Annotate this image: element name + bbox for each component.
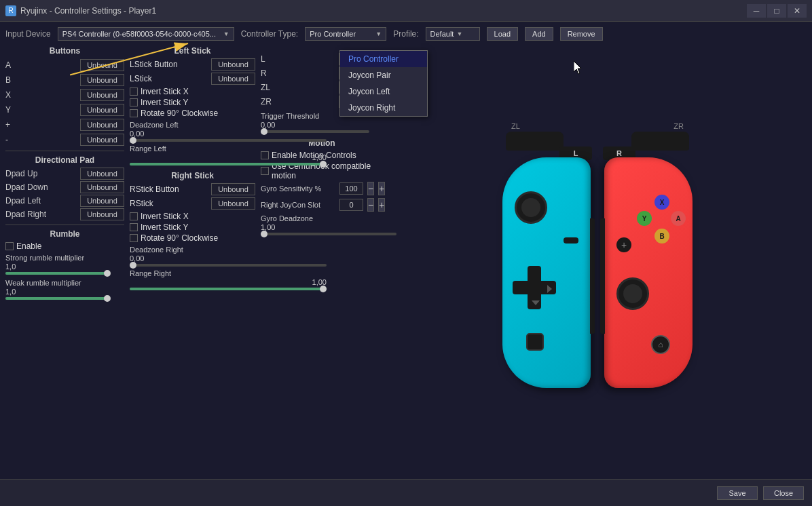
rstick-rotate-row: Rotate 90° Clockwise <box>130 233 255 243</box>
right-joycon-slot-value: 0 <box>339 199 363 211</box>
dpad-up-input[interactable]: Unbound <box>80 168 124 180</box>
profile-label: Profile: <box>393 29 418 39</box>
trigger-threshold-track[interactable] <box>261 130 369 133</box>
lstick-row: LStick Unbound <box>130 73 255 85</box>
rstick-rotate-checkbox[interactable] <box>130 234 138 242</box>
button-plus-input[interactable]: Unbound <box>80 119 124 131</box>
dpad-down-input[interactable]: Unbound <box>80 181 124 193</box>
cemuhook-checkbox[interactable] <box>261 167 269 175</box>
gyro-sensitivity-decrease[interactable]: − <box>367 182 374 195</box>
dropdown-item-joycon-left[interactable]: Joycon Left <box>340 83 427 100</box>
rumble-enable-checkbox[interactable] <box>5 242 14 250</box>
button-minus-input[interactable]: Unbound <box>80 134 124 146</box>
title-bar-left: R Ryujinx - Controller Settings - Player… <box>5 5 156 16</box>
dpad-row-right: Dpad Right Unbound <box>5 208 124 220</box>
dropdown-item-joycon-right[interactable]: Joycon Right <box>340 100 427 116</box>
minus-button-viz <box>564 237 578 244</box>
top-bar: Input Device PS4 Controller (0-e58f0003-… <box>5 27 807 41</box>
button-x-label: X <box>5 90 19 100</box>
button-y-input[interactable]: Unbound <box>80 104 124 116</box>
right-joycon-slot-increase[interactable]: + <box>378 198 385 212</box>
rstick-range-thumb[interactable] <box>320 286 327 292</box>
dpad-row-left: Dpad Left Unbound <box>5 195 124 207</box>
gyro-sensitivity-increase[interactable]: + <box>378 182 385 195</box>
rstick-range-track[interactable] <box>130 288 327 290</box>
title-bar-controls: ─ □ ✕ <box>747 4 807 18</box>
rstick-btn-input[interactable]: Unbound <box>211 183 255 195</box>
save-button[interactable]: Save <box>717 486 758 500</box>
button-row-a: A Unbound <box>5 58 124 72</box>
strong-rumble-track[interactable] <box>5 272 107 275</box>
profile-select[interactable]: Default ▼ <box>426 27 480 41</box>
zl-label: ZL <box>511 122 520 130</box>
dpad-right-input[interactable]: Unbound <box>80 208 124 220</box>
rumble-enable-label: Enable <box>16 241 41 251</box>
trigger-threshold-value: 0,00 <box>261 121 383 129</box>
trigger-l-label: L <box>261 54 274 64</box>
rstick-row: RStick Unbound <box>130 197 255 210</box>
dpad-left-input[interactable]: Unbound <box>80 195 124 207</box>
controller-type-dropdown[interactable]: Pro Controller Joycon Pair Joycon Left J… <box>339 50 428 117</box>
rstick-inverty-checkbox[interactable] <box>130 223 138 231</box>
lstick-range-track[interactable] <box>130 163 327 166</box>
rstick-btn-label: RStick Button <box>130 184 179 194</box>
right-joycon-slot-label: Right JoyCon Slot <box>261 201 335 209</box>
zr-button[interactable]: ZR <box>631 132 689 151</box>
lstick-invertx-checkbox[interactable] <box>130 87 138 96</box>
dropdown-item-joycon-pair[interactable]: Joycon Pair <box>340 67 427 83</box>
button-row-x: X Unbound <box>5 88 124 102</box>
rstick-deadzone-track[interactable] <box>130 264 327 267</box>
controller-type-select[interactable]: Pro Controller ▼ <box>305 27 386 41</box>
lstick-deadzone-track[interactable] <box>130 139 327 142</box>
trigger-threshold-thumb[interactable] <box>261 128 267 135</box>
zl-button[interactable]: ZL <box>506 132 564 151</box>
rstick-invertx-checkbox[interactable] <box>130 212 138 220</box>
controller-visualization: ZL L <box>388 46 807 459</box>
lstick-input[interactable]: Unbound <box>211 73 255 85</box>
x-button-viz: X <box>654 195 669 210</box>
remove-button[interactable]: Remove <box>560 27 603 41</box>
stick-column: Left Stick LStick Button Unbound LStick … <box>130 46 255 459</box>
home-icon: ⌂ <box>658 340 663 349</box>
lstick-inverty-checkbox[interactable] <box>130 98 138 106</box>
rstick-deadzone-thumb[interactable] <box>130 262 136 269</box>
joycon-pair: ZL L <box>502 130 693 388</box>
rstick-range-label: Range Right <box>130 269 255 277</box>
weak-rumble-thumb[interactable] <box>104 295 111 302</box>
button-b-input[interactable]: Unbound <box>80 74 124 86</box>
gyro-deadzone-label: Gyro Deadzone <box>261 214 383 222</box>
motion-enable-checkbox[interactable] <box>261 151 269 159</box>
lstick-deadzone-thumb[interactable] <box>130 137 136 144</box>
lstick-btn-input[interactable]: Unbound <box>211 58 255 71</box>
plus-button-viz: + <box>616 237 631 252</box>
lstick-deadzone-label: Deadzone Left <box>130 121 255 129</box>
gyro-deadzone-thumb[interactable] <box>261 231 267 237</box>
rstick-invertx-row: Invert Stick X <box>130 212 255 221</box>
button-a-label: A <box>5 60 19 70</box>
motion-enable-label: Enable Motion Controls <box>272 151 356 160</box>
button-x-input[interactable]: Unbound <box>80 89 124 101</box>
lstick-rotate-label: Rotate 90° Clockwise <box>141 109 218 118</box>
button-a-input[interactable]: Unbound <box>80 59 124 71</box>
weak-rumble-track[interactable] <box>5 297 107 300</box>
dpad-row-up: Dpad Up Unbound <box>5 168 124 180</box>
add-button[interactable]: Add <box>525 27 553 41</box>
close-button[interactable]: Close <box>763 486 804 500</box>
right-joycon-slot-decrease[interactable]: − <box>367 198 374 212</box>
lstick-rotate-checkbox[interactable] <box>130 109 138 117</box>
strong-rumble-thumb[interactable] <box>104 270 111 277</box>
load-button[interactable]: Load <box>487 27 518 41</box>
lstick-range-thumb[interactable] <box>320 161 327 168</box>
rstick-input[interactable]: Unbound <box>211 197 255 210</box>
window-close-button[interactable]: ✕ <box>788 4 807 18</box>
rumble-enable-row: Enable <box>5 241 124 251</box>
maximize-button[interactable]: □ <box>767 4 786 18</box>
a-button-viz: A <box>671 211 686 226</box>
minimize-button[interactable]: ─ <box>747 4 766 18</box>
gyro-deadzone-track[interactable] <box>261 233 396 235</box>
motion-enable-row: Enable Motion Controls <box>261 151 383 160</box>
dropdown-item-pro[interactable]: Pro Controller <box>340 51 427 67</box>
zr-label: ZR <box>673 122 684 130</box>
input-device-select[interactable]: PS4 Controller (0-e58f0003-054c-0000-c40… <box>58 27 234 41</box>
rstick-rotate-label: Rotate 90° Clockwise <box>141 233 218 243</box>
